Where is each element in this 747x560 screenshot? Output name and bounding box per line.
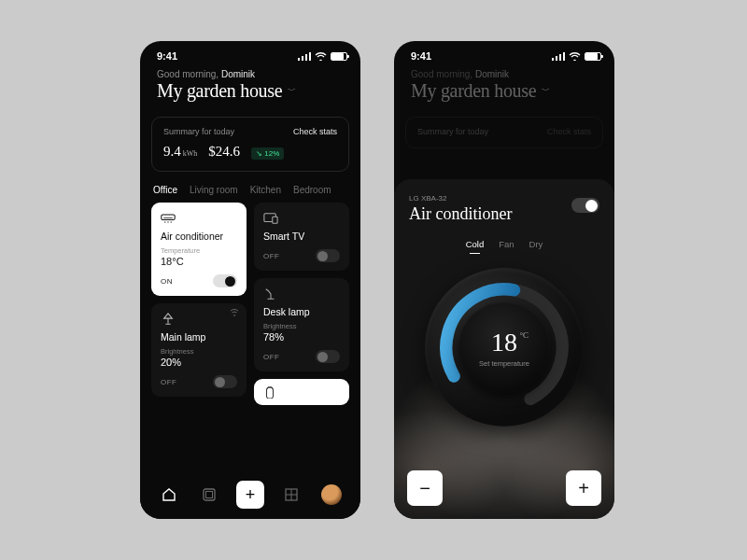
svg-rect-19 <box>563 52 565 61</box>
mode-cold[interactable]: Cold <box>466 239 485 249</box>
summary-card: Summary for today Check stats <box>405 117 603 148</box>
house-name: My garden house <box>411 80 536 102</box>
wifi-mark-icon <box>230 309 239 316</box>
tab-kitchen[interactable]: Kitchen <box>250 185 281 195</box>
check-stats-link[interactable]: Check stats <box>293 127 337 136</box>
phone-ac-detail: 9:41 Good morning, Dominik My garden hou… <box>394 41 614 519</box>
nav-profile[interactable] <box>318 482 345 508</box>
temp-minus-button[interactable]: − <box>407 470 443 506</box>
device-state: OFF <box>161 378 177 386</box>
device-meta-label: Brightness <box>263 322 340 330</box>
device-card-smart-tv[interactable]: Smart TV OFF <box>254 203 349 271</box>
house-picker[interactable]: My garden house ﹀ <box>157 80 344 102</box>
ac-icon <box>161 212 176 225</box>
greeting: Good morning, Dominik <box>411 69 598 79</box>
device-value: 78% <box>263 331 340 343</box>
temp-plus-button[interactable]: + <box>566 470 601 506</box>
ac-mode-tabs: Cold Fan Dry <box>394 239 614 249</box>
ac-power-toggle[interactable] <box>571 198 599 213</box>
room-tabs: Office Living room Kitchen Bedroom <box>140 172 360 203</box>
delta-badge: ↘ 12% <box>251 147 284 160</box>
header: Good morning, Dominik My garden house ﹀ <box>140 65 360 111</box>
nav-scenes[interactable] <box>196 482 222 508</box>
tab-living-room[interactable]: Living room <box>190 185 238 195</box>
summary-card: Summary for today Check stats 9.4kWh $24… <box>151 117 349 172</box>
status-time: 9:41 <box>411 50 431 62</box>
header: Good morning, Dominik My garden house ﹀ <box>394 65 614 111</box>
device-card-desk-lamp[interactable]: Desk lamp Brightness 78% OFF <box>254 278 349 371</box>
svg-rect-2 <box>305 54 307 61</box>
cellular-icon <box>298 52 311 61</box>
house-name: My garden house <box>157 80 282 102</box>
mode-fan[interactable]: Fan <box>499 239 514 249</box>
check-stats-link[interactable]: Check stats <box>547 127 591 136</box>
nav-rooms[interactable] <box>278 482 304 508</box>
battery-icon <box>585 52 601 61</box>
device-name: Smart TV <box>263 231 340 242</box>
svg-rect-0 <box>298 58 300 61</box>
energy-value: 9.4kWh <box>163 144 197 160</box>
nav-add-button[interactable]: + <box>236 481 264 509</box>
device-state: OFF <box>263 252 280 260</box>
tv-icon <box>263 212 278 225</box>
temperature-stepper: − + <box>407 470 601 506</box>
status-bar: 9:41 <box>140 41 360 65</box>
ac-model: LG XBA-32 <box>409 194 512 203</box>
device-card-partial[interactable] <box>254 379 349 405</box>
nav-home[interactable] <box>156 482 182 508</box>
desk-lamp-icon <box>263 287 278 301</box>
svg-rect-17 <box>556 56 557 61</box>
svg-rect-4 <box>162 215 175 220</box>
device-meta-label: Temperature <box>161 246 237 255</box>
summary-label: Summary for today <box>163 127 234 136</box>
svg-rect-18 <box>559 54 561 61</box>
ac-detail-sheet: LG XBA-32 Air conditioner Cold Fan Dry 1… <box>394 179 614 519</box>
svg-rect-3 <box>309 52 311 61</box>
svg-rect-10 <box>273 217 277 223</box>
phone-dashboard: 9:41 Good morning, Dominik My garden hou… <box>140 41 360 519</box>
avatar <box>321 484 342 505</box>
device-state: OFF <box>263 353 280 361</box>
status-bar: 9:41 <box>394 41 614 65</box>
summary-label: Summary for today <box>417 127 488 136</box>
humidifier-icon <box>263 385 276 399</box>
device-toggle[interactable] <box>213 375 237 388</box>
chevron-down-icon: ﹀ <box>288 85 296 97</box>
ac-title: Air conditioner <box>409 204 512 224</box>
status-icons <box>552 52 601 61</box>
set-temperature-label: Set temperature <box>479 359 529 368</box>
chevron-down-icon: ﹀ <box>542 85 550 97</box>
greeting: Good morning, Dominik <box>157 69 344 79</box>
wifi-icon <box>315 52 327 61</box>
cellular-icon <box>552 52 565 61</box>
device-name: Desk lamp <box>263 306 340 317</box>
battery-icon <box>331 52 347 61</box>
device-state: ON <box>161 277 173 286</box>
svg-rect-11 <box>204 489 215 500</box>
svg-rect-1 <box>302 56 303 61</box>
device-card-air-conditioner[interactable]: Air conditioner Temperature 18°C ON <box>151 203 247 296</box>
svg-rect-12 <box>206 492 213 498</box>
device-value: 18°C <box>161 256 237 267</box>
device-toggle[interactable] <box>316 249 340 262</box>
tab-office[interactable]: Office <box>153 185 177 195</box>
device-meta-label: Brightness <box>161 347 237 356</box>
wifi-icon <box>569 52 581 61</box>
svg-rect-16 <box>552 58 554 61</box>
status-time: 9:41 <box>157 50 177 62</box>
status-icons <box>298 52 347 61</box>
temperature-dial[interactable]: 18°C Set temperature <box>425 268 584 427</box>
device-name: Main lamp <box>161 331 237 343</box>
device-value: 20% <box>161 357 237 368</box>
device-grid: Air conditioner Temperature 18°C ON Main… <box>140 203 360 405</box>
mode-dry[interactable]: Dry <box>529 239 543 249</box>
house-picker[interactable]: My garden house ﹀ <box>411 80 598 102</box>
device-card-main-lamp[interactable]: Main lamp Brightness 20% OFF <box>151 303 247 397</box>
lamp-icon <box>161 313 176 326</box>
tab-bedroom[interactable]: Bedroom <box>293 185 331 195</box>
bottom-nav: + <box>140 470 360 519</box>
temperature-value: 18°C <box>491 328 517 357</box>
cost-value: $24.6 <box>208 144 240 160</box>
device-toggle[interactable] <box>213 274 237 287</box>
device-toggle[interactable] <box>316 350 340 363</box>
